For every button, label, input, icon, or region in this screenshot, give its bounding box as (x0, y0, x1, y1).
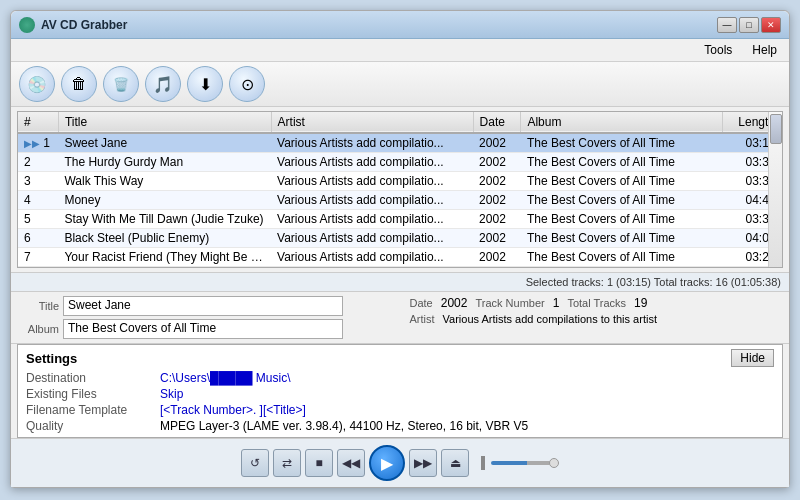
cell-album: The Best Covers of All Time (521, 248, 723, 267)
settings-panel: Settings Hide DestinationC:\Users\█████ … (17, 344, 783, 438)
cell-album: The Best Covers of All Time (521, 210, 723, 229)
track-number-value: 1 (553, 296, 560, 310)
col-header-album: Album (521, 112, 723, 133)
cell-artist: Various Artists add compilatio... (271, 133, 473, 153)
cell-album: The Best Covers of All Time (521, 133, 723, 153)
close-button[interactable]: ✕ (761, 17, 781, 33)
cd-button[interactable]: 💿 (19, 66, 55, 102)
table-row[interactable]: 2 The Hurdy Gurdy Man Various Artists ad… (18, 153, 782, 172)
settings-title: Settings (26, 351, 77, 366)
table-row[interactable]: 3 Walk This Way Various Artists add comp… (18, 172, 782, 191)
cell-num: 7 (18, 248, 58, 267)
prev-button[interactable]: ◀◀ (337, 449, 365, 477)
total-tracks-pair: Total Tracks 19 (567, 296, 647, 310)
cell-title: Black Steel (Public Enemy) (58, 229, 271, 248)
cell-album: The Best Covers of All Time (521, 191, 723, 210)
total-tracks-label: Total Tracks (567, 297, 626, 309)
cell-date: 2002 (473, 248, 521, 267)
title-label: Title (19, 300, 59, 312)
album-label: Album (19, 323, 59, 335)
cell-num: 4 (18, 191, 58, 210)
settings-grid: DestinationC:\Users\█████ Music\Existing… (26, 371, 774, 433)
settings-value: [<Track Number>. ][<Title>] (160, 403, 774, 417)
statusbar: Selected tracks: 1 (03:15) Total tracks:… (11, 272, 789, 292)
shuffle-button[interactable]: ⇄ (273, 449, 301, 477)
titlebar: AV CD Grabber — □ ✕ (11, 11, 789, 39)
track-table-container: # Title Artist Date Album Length ▶▶ 1 Sw… (17, 111, 783, 268)
scrollbar-thumb[interactable] (770, 114, 782, 144)
main-window: AV CD Grabber — □ ✕ Tools Help 💿 🗑 🗑️ 🎵 … (10, 10, 790, 488)
title-row: Title Sweet Jane (19, 296, 399, 316)
cell-artist: Various Artists add compilatio... (271, 229, 473, 248)
cell-title: Walk This Way (58, 172, 271, 191)
eject-button[interactable]: ⏏ (441, 449, 469, 477)
maximize-button[interactable]: □ (739, 17, 759, 33)
volume-slider[interactable] (491, 461, 551, 465)
settings-key: Filename Template (26, 403, 156, 417)
scrollbar[interactable] (768, 112, 782, 267)
table-row[interactable]: ▶▶ 1 Sweet Jane Various Artists add comp… (18, 133, 782, 153)
track-table: # Title Artist Date Album Length ▶▶ 1 Sw… (18, 112, 782, 267)
table-row[interactable]: 5 Stay With Me Till Dawn (Judie Tzuke) V… (18, 210, 782, 229)
trash2-button[interactable]: 🗑️ (103, 66, 139, 102)
cell-date: 2002 (473, 191, 521, 210)
settings-key: Existing Files (26, 387, 156, 401)
cell-date: 2002 (473, 133, 521, 153)
album-row: Album The Best Covers of All Time (19, 319, 399, 339)
track-info-right: Date 2002 Track Number 1 Total Tracks 19… (402, 296, 782, 339)
cell-num: 5 (18, 210, 58, 229)
stop-button[interactable]: ■ (305, 449, 333, 477)
cell-artist: Various Artists add compilatio... (271, 210, 473, 229)
cell-artist: Various Artists add compilatio... (271, 248, 473, 267)
track-number-label: Track Number (475, 297, 544, 309)
cell-title: Stay With Me Till Dawn (Judie Tzuke) (58, 210, 271, 229)
next-button[interactable]: ▶▶ (409, 449, 437, 477)
settings-value: MPEG Layer-3 (LAME ver. 3.98.4), 44100 H… (160, 419, 774, 433)
repeat-button[interactable]: ↺ (241, 449, 269, 477)
date-tracknumber-row: Date 2002 Track Number 1 Total Tracks 19 (410, 296, 782, 310)
cell-date: 2002 (473, 153, 521, 172)
table-row[interactable]: 4 Money Various Artists add compilatio..… (18, 191, 782, 210)
track-number-pair: Track Number 1 (475, 296, 559, 310)
track-info-left: Title Sweet Jane Album The Best Covers o… (19, 296, 399, 339)
total-tracks-value: 19 (634, 296, 647, 310)
music-button[interactable]: 🎵 (145, 66, 181, 102)
settings-header: Settings Hide (26, 349, 774, 367)
album-input[interactable]: The Best Covers of All Time (63, 319, 343, 339)
col-header-date: Date (473, 112, 521, 133)
table-row[interactable]: 6 Black Steel (Public Enemy) Various Art… (18, 229, 782, 248)
cell-title: The Hurdy Gurdy Man (58, 153, 271, 172)
table-header-row: # Title Artist Date Album Length (18, 112, 782, 133)
cell-date: 2002 (473, 210, 521, 229)
play-button[interactable]: ▶ (369, 445, 405, 481)
cell-artist: Various Artists add compilatio... (271, 172, 473, 191)
menu-tools[interactable]: Tools (700, 41, 736, 59)
table-row[interactable]: 7 Your Racist Friend (They Might Be Gia.… (18, 248, 782, 267)
cell-title: Your Racist Friend (They Might Be Gia... (58, 248, 271, 267)
status-text: Selected tracks: 1 (03:15) Total tracks:… (526, 276, 781, 288)
settings-key: Quality (26, 419, 156, 433)
cd2-button[interactable]: ⊙ (229, 66, 265, 102)
titlebar-left: AV CD Grabber (19, 17, 127, 33)
artist-label: Artist (410, 313, 435, 325)
cell-album: The Best Covers of All Time (521, 229, 723, 248)
window-title: AV CD Grabber (41, 18, 127, 32)
volume-knob[interactable] (549, 458, 559, 468)
cell-num: 3 (18, 172, 58, 191)
settings-value: Skip (160, 387, 774, 401)
hide-button[interactable]: Hide (731, 349, 774, 367)
download-button[interactable]: ⬇ (187, 66, 223, 102)
col-header-title: Title (58, 112, 271, 133)
cell-title: Money (58, 191, 271, 210)
cell-num: ▶▶ 1 (18, 133, 58, 153)
minimize-button[interactable]: — (717, 17, 737, 33)
cell-artist: Various Artists add compilatio... (271, 153, 473, 172)
cell-artist: Various Artists add compilatio... (271, 191, 473, 210)
cell-date: 2002 (473, 229, 521, 248)
player-bar: ↺ ⇄ ■ ◀◀ ▶ ▶▶ ⏏ (11, 438, 789, 487)
trash-button[interactable]: 🗑 (61, 66, 97, 102)
cell-album: The Best Covers of All Time (521, 153, 723, 172)
toolbar: 💿 🗑 🗑️ 🎵 ⬇ ⊙ (11, 62, 789, 107)
title-input[interactable]: Sweet Jane (63, 296, 343, 316)
menu-help[interactable]: Help (748, 41, 781, 59)
